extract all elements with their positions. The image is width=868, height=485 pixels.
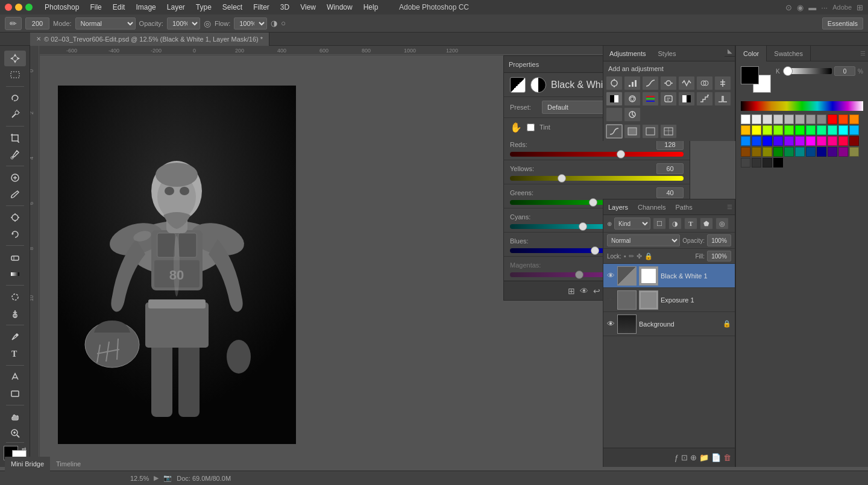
filter-smart-icon[interactable]: ◎ (715, 217, 729, 230)
swatch-cell[interactable] (773, 158, 783, 167)
menu-3d[interactable]: 3D (275, 2, 294, 13)
swatch-cell[interactable] (784, 125, 794, 135)
tab-channels[interactable]: Channels (633, 199, 670, 215)
reds-slider-track[interactable] (510, 152, 684, 157)
swatch-cell[interactable] (784, 147, 794, 157)
type-tool[interactable]: T (4, 346, 26, 361)
gradient-map-icon[interactable] (606, 107, 623, 122)
lock-all-icon[interactable]: 🔒 (644, 252, 653, 260)
swatch-cell[interactable] (838, 147, 848, 157)
swap-colors-icon[interactable]: ⇄ (22, 446, 27, 452)
layer-visibility-bw1[interactable]: 👁 (607, 271, 615, 280)
lock-paint-icon[interactable]: ✏ (629, 252, 634, 260)
move-tool[interactable] (4, 51, 26, 66)
hand-tool[interactable] (4, 408, 26, 424)
color-lookup-icon[interactable] (660, 92, 677, 106)
healing-brush-tool[interactable] (4, 170, 26, 186)
filter-pixel-icon[interactable]: ☐ (653, 217, 666, 230)
levels-icon[interactable] (624, 76, 641, 90)
corner-resize-widget[interactable]: ◣ (725, 46, 735, 57)
curves-icon[interactable] (642, 76, 659, 90)
lock-transparent-icon[interactable]: ▪ (624, 252, 626, 260)
posterize-icon[interactable] (696, 92, 713, 106)
tab-paths[interactable]: Paths (671, 199, 697, 215)
flow-dropdown[interactable]: 100% (234, 17, 267, 30)
tab-close[interactable]: ✕ (36, 36, 41, 42)
swatch-cell[interactable] (752, 125, 761, 135)
eyedropper-tool[interactable] (4, 147, 26, 163)
menu-photoshop[interactable]: Photoshop (40, 2, 84, 13)
lasso-tool[interactable] (4, 90, 26, 106)
photo-filter-icon[interactable] (624, 92, 641, 106)
history-brush-tool[interactable] (4, 227, 26, 242)
swatch-cell[interactable] (849, 125, 859, 135)
gradient-tool[interactable] (4, 266, 26, 282)
swatch-cell[interactable] (817, 125, 826, 135)
tab-styles[interactable]: Styles (652, 46, 682, 61)
fill-input[interactable] (707, 251, 731, 261)
airbrush-icon[interactable]: ◎ (204, 19, 211, 28)
layer-item-background[interactable]: 👁 Background 🔒 (603, 312, 735, 336)
visibility-icon[interactable]: 👁 (580, 286, 588, 296)
swatch-cell[interactable] (828, 114, 837, 124)
add-adjustment-layer-icon[interactable]: ⊕ (690, 453, 697, 462)
yellows-slider-track[interactable] (510, 176, 684, 181)
zoom-tool[interactable] (4, 425, 26, 441)
gradient-fill-icon[interactable] (642, 124, 659, 139)
close-button[interactable] (5, 4, 12, 11)
swatch-cell[interactable] (828, 125, 837, 135)
swatch-cell[interactable] (752, 114, 761, 124)
new-group-icon[interactable]: 📁 (699, 453, 709, 462)
document-tab[interactable]: ✕ © 02–03_Trevor606-Edit.psd @ 12.5% (Bl… (30, 33, 269, 46)
k-value-input[interactable] (834, 66, 855, 76)
filter-text-icon[interactable]: T (684, 217, 697, 230)
swatch-cell[interactable] (806, 136, 816, 146)
menu-type[interactable]: Type (191, 2, 216, 13)
shape-tool[interactable] (4, 386, 26, 401)
brightness-contrast-icon[interactable] (606, 76, 623, 90)
document-info-icon[interactable]: ▶ (154, 474, 159, 482)
color-panel-menu[interactable]: ☰ (860, 50, 868, 57)
pen-tool[interactable] (4, 329, 26, 345)
swatch-cell[interactable] (763, 125, 772, 135)
threshold-icon[interactable] (714, 92, 731, 106)
menu-file[interactable]: File (85, 2, 106, 13)
pattern-fill-icon[interactable] (660, 124, 677, 139)
black-white-icon[interactable] (606, 92, 623, 106)
swatch-cell[interactable] (741, 114, 750, 124)
canvas-image[interactable]: 80 (58, 86, 296, 444)
swatch-cell[interactable] (849, 114, 859, 124)
channel-mixer-icon[interactable] (642, 92, 659, 106)
swatch-cell[interactable] (773, 136, 783, 146)
crop-tool[interactable] (4, 130, 26, 146)
reset-icon[interactable]: ↩ (593, 286, 600, 296)
delete-layer-icon[interactable]: 🗑 (723, 453, 731, 462)
opacity-dropdown[interactable]: 100% (167, 17, 200, 30)
layers-panel-menu[interactable]: ☰ (727, 204, 735, 210)
swatch-cell[interactable] (763, 114, 772, 124)
invert-icon[interactable] (678, 92, 695, 106)
swatch-cell[interactable] (763, 136, 772, 146)
layer-item-exposure1[interactable]: 👁 Exposure 1 (603, 288, 735, 312)
tab-adjustments[interactable]: Adjustments (603, 46, 652, 61)
filter-adjustment-icon[interactable]: ◑ (668, 217, 682, 230)
swatch-cell[interactable] (795, 147, 805, 157)
exposure-icon[interactable] (660, 76, 677, 90)
hue-saturation-icon[interactable] (696, 76, 713, 90)
swatch-cell[interactable] (795, 136, 805, 146)
swatch-cell[interactable] (741, 136, 750, 146)
dodge-tool[interactable] (4, 306, 26, 322)
blur-tool[interactable] (4, 289, 26, 305)
swatch-cell[interactable] (763, 147, 772, 157)
menu-select[interactable]: Select (218, 2, 247, 13)
blues-slider-thumb[interactable] (591, 246, 599, 255)
kind-filter-select[interactable]: Kind (614, 217, 650, 230)
vibrance-icon[interactable] (678, 76, 695, 90)
yellows-value[interactable] (656, 163, 684, 174)
menu-view[interactable]: View (295, 2, 321, 13)
swatch-cell[interactable] (838, 136, 848, 146)
swatch-cell[interactable] (784, 136, 794, 146)
swatch-cell[interactable] (784, 114, 794, 124)
lock-move-icon[interactable]: ✤ (637, 252, 642, 260)
workspace-dropdown[interactable]: Essentials (822, 17, 863, 30)
